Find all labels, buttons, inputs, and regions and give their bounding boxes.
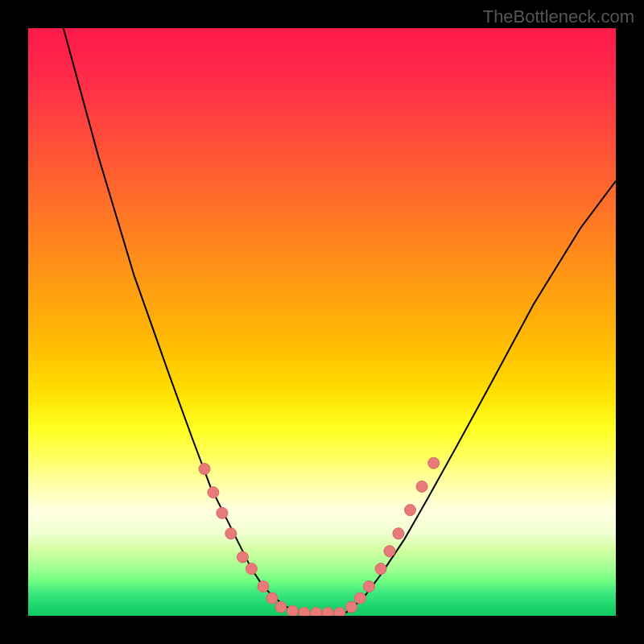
- left-curve: [64, 28, 299, 613]
- data-markers: [199, 457, 440, 616]
- data-point-marker: [199, 464, 210, 475]
- data-point-marker: [428, 457, 440, 469]
- data-point-marker: [311, 607, 322, 616]
- data-point-marker: [266, 592, 278, 604]
- data-point-marker: [405, 505, 416, 516]
- watermark-text: TheBottleneck.com: [483, 6, 634, 27]
- data-point-marker: [354, 592, 365, 604]
- data-point-marker: [275, 601, 287, 613]
- data-point-marker: [208, 487, 219, 498]
- data-point-marker: [322, 607, 333, 616]
- data-point-marker: [384, 546, 395, 557]
- data-point-marker: [416, 481, 427, 492]
- data-point-marker: [346, 601, 357, 613]
- data-point-marker: [287, 605, 299, 616]
- data-point-marker: [225, 528, 237, 539]
- chart-container: TheBottleneck.com: [0, 0, 644, 644]
- chart-svg: [28, 28, 616, 616]
- data-point-marker: [334, 607, 345, 616]
- data-point-marker: [393, 528, 404, 539]
- data-point-marker: [299, 607, 310, 616]
- plot-area: [28, 28, 616, 616]
- data-point-marker: [217, 507, 228, 518]
- data-point-marker: [237, 551, 248, 563]
- data-point-marker: [258, 581, 269, 592]
- data-point-marker: [375, 564, 386, 575]
- data-point-marker: [246, 564, 257, 575]
- data-point-marker: [363, 581, 374, 592]
